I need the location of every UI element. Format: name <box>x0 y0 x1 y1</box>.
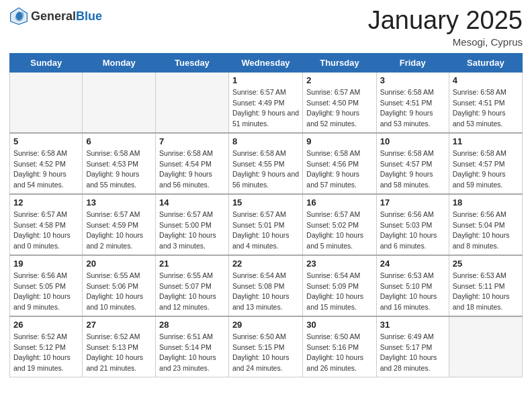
title-month: January 2025 <box>368 7 523 35</box>
day-info: Sunrise: 6:53 AMSunset: 5:11 PMDaylight:… <box>453 271 519 313</box>
day-info: Sunrise: 6:58 AMSunset: 4:53 PMDaylight:… <box>86 148 152 191</box>
page: GeneralBlue January 2025 Mesogi, Cyprus … <box>0 0 532 387</box>
week-row-4: 19Sunrise: 6:56 AMSunset: 5:05 PMDayligh… <box>10 255 523 316</box>
day-info: Sunrise: 6:57 AMSunset: 5:02 PMDaylight:… <box>306 210 372 252</box>
day-info: Sunrise: 6:52 AMSunset: 5:12 PMDaylight:… <box>13 332 79 374</box>
day-number: 3 <box>380 75 445 85</box>
week-row-5: 26Sunrise: 6:52 AMSunset: 5:12 PMDayligh… <box>10 316 523 377</box>
day-cell: 3Sunrise: 6:58 AMSunset: 4:51 PMDaylight… <box>376 72 449 133</box>
day-info: Sunrise: 6:54 AMSunset: 5:08 PMDaylight:… <box>232 271 299 313</box>
week-row-1: 1Sunrise: 6:57 AMSunset: 4:49 PMDaylight… <box>10 72 523 133</box>
day-number: 4 <box>453 75 519 85</box>
day-cell: 4Sunrise: 6:58 AMSunset: 4:51 PMDaylight… <box>449 72 522 133</box>
day-info: Sunrise: 6:57 AMSunset: 4:58 PMDaylight:… <box>13 210 79 252</box>
day-cell: 5Sunrise: 6:58 AMSunset: 4:52 PMDaylight… <box>10 133 83 194</box>
day-cell: 26Sunrise: 6:52 AMSunset: 5:12 PMDayligh… <box>10 316 83 377</box>
col-wednesday: Wednesday <box>228 53 302 72</box>
day-info: Sunrise: 6:50 AMSunset: 5:16 PMDaylight:… <box>306 332 372 374</box>
day-cell: 16Sunrise: 6:57 AMSunset: 5:02 PMDayligh… <box>303 194 376 255</box>
day-number: 24 <box>380 259 445 269</box>
logo-blue: Blue <box>76 9 102 23</box>
day-cell: 1Sunrise: 6:57 AMSunset: 4:49 PMDaylight… <box>228 72 302 133</box>
day-number: 29 <box>232 320 299 330</box>
day-info: Sunrise: 6:53 AMSunset: 5:10 PMDaylight:… <box>380 271 445 313</box>
day-info: Sunrise: 6:52 AMSunset: 5:13 PMDaylight:… <box>86 332 152 374</box>
day-info: Sunrise: 6:54 AMSunset: 5:09 PMDaylight:… <box>306 271 372 313</box>
day-info: Sunrise: 6:58 AMSunset: 4:51 PMDaylight:… <box>380 87 445 130</box>
day-number: 31 <box>380 320 445 330</box>
day-number: 11 <box>453 136 519 146</box>
day-number: 2 <box>306 75 372 85</box>
col-thursday: Thursday <box>303 53 376 72</box>
day-info: Sunrise: 6:58 AMSunset: 4:54 PMDaylight:… <box>159 148 225 191</box>
day-info: Sunrise: 6:58 AMSunset: 4:55 PMDaylight:… <box>232 148 299 191</box>
day-cell: 31Sunrise: 6:49 AMSunset: 5:17 PMDayligh… <box>376 316 449 377</box>
day-info: Sunrise: 6:57 AMSunset: 4:50 PMDaylight:… <box>306 87 372 130</box>
day-cell: 13Sunrise: 6:57 AMSunset: 4:59 PMDayligh… <box>83 194 156 255</box>
day-cell: 30Sunrise: 6:50 AMSunset: 5:16 PMDayligh… <box>303 316 376 377</box>
col-saturday: Saturday <box>449 53 522 72</box>
logo-icon <box>9 7 28 26</box>
day-info: Sunrise: 6:55 AMSunset: 5:07 PMDaylight:… <box>159 271 225 313</box>
day-cell: 9Sunrise: 6:58 AMSunset: 4:56 PMDaylight… <box>303 133 376 194</box>
day-info: Sunrise: 6:56 AMSunset: 5:03 PMDaylight:… <box>380 210 445 252</box>
title-location: Mesogi, Cyprus <box>368 36 523 48</box>
day-number: 16 <box>306 197 372 208</box>
day-cell <box>83 72 156 133</box>
day-info: Sunrise: 6:57 AMSunset: 4:49 PMDaylight:… <box>232 87 299 130</box>
day-info: Sunrise: 6:56 AMSunset: 5:04 PMDaylight:… <box>453 210 519 252</box>
day-number: 6 <box>86 136 152 146</box>
day-info: Sunrise: 6:57 AMSunset: 5:00 PMDaylight:… <box>159 210 225 252</box>
day-cell: 21Sunrise: 6:55 AMSunset: 5:07 PMDayligh… <box>156 255 229 316</box>
day-number: 14 <box>159 197 225 208</box>
day-number: 25 <box>453 259 519 269</box>
day-number: 27 <box>86 320 152 330</box>
col-sunday: Sunday <box>10 53 83 72</box>
day-number: 19 <box>13 259 79 269</box>
day-cell: 19Sunrise: 6:56 AMSunset: 5:05 PMDayligh… <box>10 255 83 316</box>
day-number: 23 <box>306 259 372 269</box>
day-info: Sunrise: 6:58 AMSunset: 4:57 PMDaylight:… <box>380 148 445 191</box>
logo-general: General <box>31 9 76 23</box>
day-cell: 15Sunrise: 6:57 AMSunset: 5:01 PMDayligh… <box>228 194 302 255</box>
day-cell <box>449 316 522 377</box>
day-number: 12 <box>13 197 79 208</box>
day-number: 28 <box>159 320 225 330</box>
day-info: Sunrise: 6:58 AMSunset: 4:51 PMDaylight:… <box>453 87 519 130</box>
day-cell: 24Sunrise: 6:53 AMSunset: 5:10 PMDayligh… <box>376 255 449 316</box>
day-number: 30 <box>306 320 372 330</box>
day-number: 10 <box>380 136 445 146</box>
day-info: Sunrise: 6:49 AMSunset: 5:17 PMDaylight:… <box>380 332 445 374</box>
day-cell: 29Sunrise: 6:50 AMSunset: 5:15 PMDayligh… <box>228 316 302 377</box>
day-info: Sunrise: 6:55 AMSunset: 5:06 PMDaylight:… <box>86 271 152 313</box>
day-cell: 14Sunrise: 6:57 AMSunset: 5:00 PMDayligh… <box>156 194 229 255</box>
day-cell: 20Sunrise: 6:55 AMSunset: 5:06 PMDayligh… <box>83 255 156 316</box>
week-row-3: 12Sunrise: 6:57 AMSunset: 4:58 PMDayligh… <box>10 194 523 255</box>
title-block: January 2025 Mesogi, Cyprus <box>368 7 523 48</box>
day-info: Sunrise: 6:57 AMSunset: 4:59 PMDaylight:… <box>86 210 152 252</box>
col-friday: Friday <box>376 53 449 72</box>
day-info: Sunrise: 6:58 AMSunset: 4:52 PMDaylight:… <box>13 148 79 191</box>
day-info: Sunrise: 6:58 AMSunset: 4:57 PMDaylight:… <box>453 148 519 191</box>
col-tuesday: Tuesday <box>156 53 229 72</box>
day-cell: 2Sunrise: 6:57 AMSunset: 4:50 PMDaylight… <box>303 72 376 133</box>
day-number: 1 <box>232 75 299 85</box>
day-cell: 6Sunrise: 6:58 AMSunset: 4:53 PMDaylight… <box>83 133 156 194</box>
logo-text: GeneralBlue <box>31 10 102 22</box>
day-cell: 27Sunrise: 6:52 AMSunset: 5:13 PMDayligh… <box>83 316 156 377</box>
weekday-header-row: Sunday Monday Tuesday Wednesday Thursday… <box>10 53 523 72</box>
day-number: 9 <box>306 136 372 146</box>
day-cell: 17Sunrise: 6:56 AMSunset: 5:03 PMDayligh… <box>376 194 449 255</box>
day-cell <box>156 72 229 133</box>
day-number: 22 <box>232 259 299 269</box>
col-monday: Monday <box>83 53 156 72</box>
day-number: 26 <box>13 320 79 330</box>
day-cell: 23Sunrise: 6:54 AMSunset: 5:09 PMDayligh… <box>303 255 376 316</box>
day-info: Sunrise: 6:51 AMSunset: 5:14 PMDaylight:… <box>159 332 225 374</box>
day-number: 5 <box>13 136 79 146</box>
logo: GeneralBlue <box>9 7 102 26</box>
header: GeneralBlue January 2025 Mesogi, Cyprus <box>9 7 523 48</box>
day-number: 18 <box>453 197 519 208</box>
day-cell: 28Sunrise: 6:51 AMSunset: 5:14 PMDayligh… <box>156 316 229 377</box>
day-cell <box>10 72 83 133</box>
